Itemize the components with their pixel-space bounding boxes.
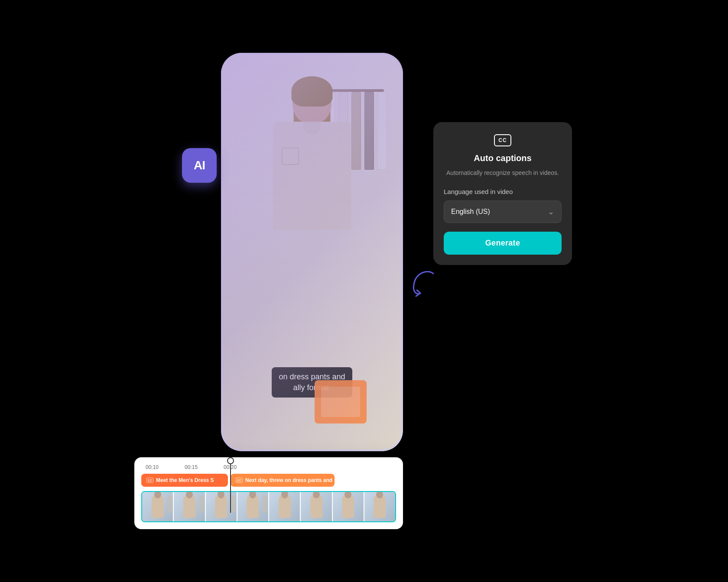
time-mark-1: 00:10 [146,464,159,470]
ai-badge: AI [182,148,217,183]
person-figure [240,81,384,406]
thumb-person-3 [215,494,227,518]
arrow-decoration [407,265,442,300]
caption-chip-1[interactable]: CC Meet the Men's Dress S [141,474,228,487]
language-label: Language used in video [444,188,562,195]
thumb-clothes-2 [199,495,204,513]
generate-button[interactable]: Generate [444,232,562,255]
phone-screen: on dress pants and ally formal. [223,55,401,449]
video-content: on dress pants and ally formal. [223,55,401,449]
thumb-person-6 [310,494,322,518]
subtitle-line1: on dress pants and [279,372,345,381]
thumb-clothes-1 [167,495,172,513]
caption-tracks: CC Meet the Men's Dress S CC Next day, t… [141,474,396,487]
timeline-cursor[interactable] [230,461,231,513]
video-thumbnail-strip [141,491,396,522]
thumb-person-5 [279,494,291,518]
timeline-panel: 00:10 00:15 00:20 CC Meet the Men's Dres… [134,457,403,529]
timeline-header: 00:10 00:15 00:20 [141,464,396,470]
thumb-4 [237,492,268,521]
orange-box [315,380,367,424]
thumb-clothes-3 [231,495,236,513]
cursor-handle [227,457,234,464]
orange-box-inner [321,387,360,417]
subtitle-overlay: on dress pants and ally formal. [223,367,401,398]
panel-title: Auto captions [444,153,562,163]
panel-description: Automatically recognize speech in videos… [444,168,562,178]
caption-text-2: Next day, threw on dress pants and [245,477,332,483]
caption-text-1: Meet the Men's Dress S [156,477,214,483]
ai-badge-label: AI [194,158,205,172]
time-mark-2: 00:15 [185,464,198,470]
thumb-2 [174,492,205,521]
thumb-3 [206,492,237,521]
caption-icon-2: CC [236,478,243,483]
captions-panel: CC Auto captions Automatically recognize… [433,122,572,265]
thumb-1 [142,492,173,521]
phone-mockup: on dress pants and ally formal. [221,53,403,451]
thumb-person-8 [374,494,386,518]
language-select[interactable]: English (US) ⌄ [444,200,562,223]
thumb-person-4 [247,494,259,518]
thumb-6 [301,492,332,521]
thumb-clothes-4 [262,495,267,513]
shirt-collar [303,122,321,135]
thumb-8 [364,492,395,521]
chevron-down-icon: ⌄ [548,207,554,217]
cc-label: CC [498,137,507,143]
thumb-person-7 [342,494,354,518]
caption-chip-2[interactable]: CC Next day, threw on dress pants and [231,474,335,487]
shirt-pocket [282,148,299,165]
main-scene: on dress pants and ally formal. AI CC Au… [169,53,559,529]
person-body [273,122,351,230]
thumb-person-2 [183,494,195,518]
caption-icon-1: CC [146,478,153,483]
language-value: English (US) [451,208,490,216]
thumb-person-1 [152,494,164,518]
thumb-7 [333,492,364,521]
thumb-5 [269,492,300,521]
cc-icon: CC [494,134,511,146]
person-hair [292,76,333,107]
